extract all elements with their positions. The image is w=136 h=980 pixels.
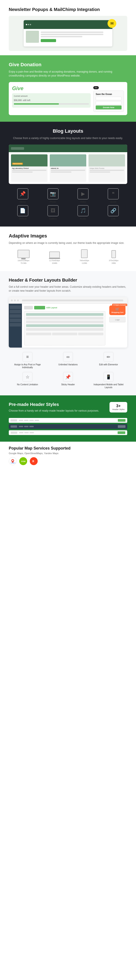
toolbar-btn-new	[34, 306, 45, 309]
header-nav-3	[19, 432, 116, 433]
sidebar-item-3	[9, 314, 21, 318]
nav-item-8	[19, 432, 24, 433]
blog-icon-item-3: ❝ Quote	[99, 188, 127, 203]
nav-item-6	[24, 426, 28, 427]
text-line-2	[41, 34, 103, 35]
header-styles-description: Choose from a handy set of ready-made he…	[9, 409, 99, 413]
topbar-dot-3	[17, 299, 19, 301]
blog-icon-box-1: 📷	[47, 188, 59, 199]
header-preview-btn-3	[118, 431, 125, 434]
nav-item-10	[30, 432, 34, 433]
canvas-row-4	[26, 325, 103, 327]
newsletter-section: Newsletter Popups & MailChimp Integratio…	[0, 0, 136, 55]
device-monitor: 1920x1080px70.5kb	[17, 250, 30, 264]
hf-feature-label-3: No Content Limitation	[17, 383, 38, 386]
text-line	[90, 170, 124, 171]
header-nav-2	[19, 426, 116, 427]
blog-title: Blog Layouts	[9, 128, 127, 134]
donation-field-1	[96, 97, 122, 100]
monitor-icon	[17, 250, 30, 258]
header-preview-1	[9, 418, 127, 423]
device-laptop: 1170x654px104kb	[49, 251, 60, 264]
canvas-row-2	[26, 317, 103, 320]
donation-field-2	[96, 101, 122, 105]
newsletter-preview-inner	[24, 20, 112, 46]
donation-left: Give Current amount $58,000 still left	[12, 85, 91, 110]
laptop-label: 1170x654px104kb	[49, 259, 60, 264]
blog-icons-grid: 📌 Sticky 📷 Photo ▶ Video ❝ Quote 📄 Defau…	[9, 188, 127, 220]
sidebar-item-1	[9, 305, 21, 309]
builder-preview: Edit Layout	[9, 297, 127, 348]
tablet-icon	[81, 249, 88, 258]
header-logo-1	[11, 419, 17, 422]
hf-features-grid: ≡ Assign to Any Post or Page Individuall…	[9, 352, 127, 389]
blog-card-3: Unique Work Process	[89, 154, 125, 182]
blog-card-img-3	[89, 154, 125, 166]
text-line-1	[41, 32, 103, 33]
logo-placeholder: Logo	[109, 317, 125, 322]
blog-card-1: Nancosmetic ing Laboratory Clinical	[11, 154, 47, 182]
percent-badge: 0%	[93, 86, 99, 89]
tablet-label: 760x435px110kb	[79, 259, 89, 264]
header-preview-btn-1	[118, 419, 125, 422]
blog-icon-box-6: 🎵	[77, 205, 89, 216]
sidebar-item-4	[9, 319, 21, 322]
blog-card-content-2: natural, he	[50, 166, 86, 174]
laptop-shape	[49, 251, 60, 258]
builder-sidebar	[9, 304, 22, 348]
google-maps-logo: Google Maps	[9, 457, 17, 465]
hf-feature-item-0: ≡ Assign to Any Post or Page Individuall…	[9, 352, 46, 369]
blog-card-2: natural, he	[50, 154, 86, 182]
hf-title: Header & Footer Layouts Builder	[9, 278, 127, 283]
canvas-col-3	[78, 332, 103, 335]
header-logo-2	[11, 425, 17, 428]
donation-submit-button[interactable]: Donate Now	[96, 105, 122, 110]
nav-item-2	[24, 420, 28, 421]
blog-icon-label-5: Gallery	[49, 217, 57, 220]
donation-section: Give Donation Enjoy a pain-free and flex…	[0, 55, 136, 122]
hf-feature-item-2: ✏ Edit with Elementor	[90, 352, 127, 369]
edit-layout-label: Edit Layout	[46, 307, 57, 309]
blog-icon-label-1: Photo	[50, 200, 56, 203]
blog-icon-item-4: 📄 Default	[9, 205, 37, 220]
hf-feature-item-3: ☆ No Content Limitation	[9, 372, 46, 389]
nav-item-1	[19, 420, 23, 421]
hf-feature-label-5: Independent Mobile and Tablet Layouts	[90, 383, 127, 389]
blog-icon-item-7: 🔗 Link	[99, 205, 127, 220]
osm-logo: OSM	[19, 457, 27, 465]
adaptive-section: Adaptive Images Depending on where an im…	[0, 226, 136, 271]
hf-feature-label-0: Assign to Any Post or Page Individually	[9, 363, 46, 369]
tablet-shape	[81, 249, 88, 258]
hf-feature-item-5: 📱 Independent Mobile and Tablet Layouts	[90, 372, 127, 389]
hf-feature-item-1: ∞ Unlimited Variations	[49, 352, 87, 369]
nav-dot-2	[28, 24, 29, 25]
topbar-dot-1	[11, 299, 13, 301]
blog-icon-item-1: 📷 Photo	[39, 188, 67, 203]
header-styles-section: Pre-made Header Styles Choose from a han…	[0, 395, 136, 442]
topbar-url-bar	[22, 299, 123, 301]
builder-toolbar: Edit Layout	[24, 306, 105, 309]
monitor-label: 1920x1080px70.5kb	[17, 259, 29, 264]
newsletter-text-area	[41, 31, 111, 43]
donation-title: Give Donation	[9, 62, 127, 68]
header-styles-title: Pre-made Header Styles	[9, 402, 99, 407]
blog-preview-header	[9, 145, 127, 152]
builder-body: Edit Layout	[9, 304, 127, 348]
svg-text:Google Maps: Google Maps	[11, 462, 15, 464]
donation-card-title: Save the Ocean	[96, 93, 122, 95]
header-styles-preview	[9, 418, 127, 435]
builder-right: 🛒 Shopping Cart +6 Styles Included Logo	[108, 304, 127, 348]
canvas-col-1	[26, 332, 51, 335]
cart-badge-container: 🛒 Shopping Cart +6 Styles Included	[109, 305, 125, 315]
maps-logos: Google Maps OSM Я	[9, 457, 127, 465]
blog-card-tag: Nancosmetic	[12, 163, 23, 165]
header-nav-1	[19, 420, 116, 421]
hf-feature-item-4: 📌 Sticky Header	[49, 372, 87, 389]
nav-item-4	[35, 420, 39, 421]
header-logo-3	[11, 431, 17, 434]
osm-icon: OSM	[20, 458, 26, 464]
hf-feature-icon-0: ≡	[22, 352, 32, 362]
newsletter-title: Newsletter Popups & MailChimp Integratio…	[9, 6, 127, 12]
blog-icon-box-4: 📄	[17, 205, 28, 216]
text-line	[51, 172, 71, 173]
